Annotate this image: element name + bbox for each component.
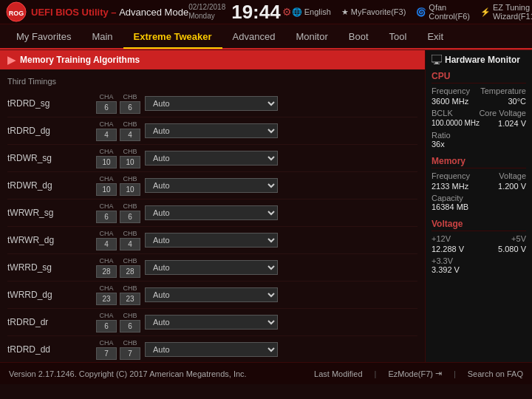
value-dropdown[interactable]: Auto (145, 315, 278, 330)
chb-value: 7 (120, 347, 140, 360)
svg-rect-2 (432, 55, 442, 62)
main-scroll[interactable]: Third Timings tRDRD_sg CHA 6 CHB 6 Auto … (0, 69, 425, 362)
mem-freq-label: Frequency (432, 171, 470, 180)
chb-col: CHB 6 (120, 312, 140, 332)
cpu-freq-label: Frequency (432, 86, 470, 95)
cha-col: CHA 10 (96, 175, 117, 196)
value-dropdown[interactable]: Auto (145, 123, 278, 138)
nav-item-boot[interactable]: Boot (338, 24, 379, 48)
table-row: tRDWR_dg CHA 10 CHB 10 Auto (7, 172, 417, 200)
value-dropdown[interactable]: Auto (145, 260, 278, 275)
setting-label: tRDWR_sg (7, 153, 96, 163)
voltage-section-title: Voltage (432, 219, 526, 231)
ezmode-label: EzMode(F7) (388, 369, 433, 378)
channel-group: CHA 4 CHB 4 (96, 230, 140, 250)
date-display: 02/12/2018 Monday (188, 3, 225, 21)
chb-label: CHB (123, 312, 137, 319)
mem-cap-area: Capacity 16384 MB (432, 194, 526, 211)
language-button[interactable]: 🌐 English (292, 7, 331, 17)
monitor-icon (432, 55, 442, 65)
chb-value: 4 (120, 129, 140, 141)
cha-value: 23 (96, 293, 117, 305)
chb-col: CHB 4 (120, 230, 140, 250)
cha-col: CHA 4 (96, 120, 117, 141)
cha-label: CHA (99, 257, 113, 265)
cpu-corevolt-label: Core Voltage (479, 109, 526, 117)
header-top: ROG UEFI BIOS Utility – Advanced Mode 02… (0, 0, 532, 24)
table-row: tRDRD_dr CHA 6 CHB 6 Auto (7, 309, 417, 336)
value-dropdown[interactable]: Auto (145, 287, 278, 302)
ez-tuning-button[interactable]: ⚡ EZ Tuning Wizard(F11) (480, 3, 532, 21)
nav-bar: My Favorites Main Extreme Tweaker Advanc… (0, 24, 532, 50)
chb-label: CHB (123, 148, 137, 155)
myfavorite-label: MyFavorite(F3) (351, 7, 406, 16)
cpu-temp-label: Temperature (480, 86, 526, 95)
cha-value: 4 (96, 238, 117, 250)
cha-value: 10 (96, 183, 117, 196)
channel-group: CHA 6 CHB 6 (96, 202, 140, 223)
gear-icon[interactable]: ⚙ (282, 6, 292, 18)
cha-label: CHA (99, 93, 113, 100)
chb-value: 10 (120, 183, 140, 196)
channel-group: CHA 10 CHB 10 (96, 175, 140, 196)
value-dropdown[interactable]: Auto (145, 233, 278, 248)
chb-label: CHB (123, 257, 137, 265)
datetime-area: 02/12/2018 Monday 19:44 ⚙ (188, 2, 292, 21)
value-dropdown[interactable]: Auto (145, 205, 278, 220)
hw-monitor-title: Hardware Monitor (432, 55, 526, 65)
cha-col: CHA 28 (96, 257, 117, 278)
cha-col: CHA 10 (96, 148, 117, 168)
volt-33-value: 3.392 V (432, 265, 526, 274)
cpu-ratio-label: Ratio (432, 131, 526, 140)
footer-divider-1: | (375, 369, 377, 378)
cha-col: CHA 7 (96, 339, 117, 360)
value-dropdown[interactable]: Auto (145, 96, 278, 111)
mem-volt-label: Voltage (499, 171, 526, 180)
nav-item-main[interactable]: Main (81, 24, 123, 48)
chb-value: 6 (120, 101, 140, 114)
mem-cap-label: Capacity (432, 194, 526, 202)
value-dropdown[interactable]: Auto (145, 178, 278, 193)
ezmode-icon: ⇥ (435, 369, 442, 378)
search-faq-button[interactable]: Search on FAQ (468, 369, 523, 378)
time-display: 19:44 (231, 2, 281, 21)
mem-freq-val-row: 2133 MHz 1.200 V (432, 182, 526, 191)
ezmode-button[interactable]: EzMode(F7) ⇥ (388, 369, 442, 378)
cpu-freq-value: 3600 MHz (432, 97, 468, 106)
day-value: Monday (188, 12, 225, 21)
channel-group: CHA 28 CHB 28 (96, 257, 140, 278)
footer-divider-2: | (454, 369, 456, 378)
table-row: tRDWR_sg CHA 10 CHB 10 Auto (7, 145, 417, 172)
chb-label: CHB (123, 202, 137, 210)
value-dropdown[interactable]: Auto (145, 151, 278, 166)
chb-value: 6 (120, 320, 140, 332)
cha-value: 10 (96, 156, 117, 168)
globe-icon: 🌐 (292, 7, 302, 17)
nav-item-advanced[interactable]: Advanced (222, 24, 286, 48)
nav-item-exit[interactable]: Exit (417, 24, 454, 48)
cha-value: 6 (96, 320, 117, 332)
breadcrumb-arrow: ▶ (7, 54, 16, 66)
channel-group: CHA 23 CHB 23 (96, 284, 140, 305)
volt-12-val-row: 12.288 V 5.080 V (432, 245, 526, 253)
chb-label: CHB (123, 230, 137, 237)
setting-label: tWRRD_sg (7, 262, 96, 273)
nav-item-favorites[interactable]: My Favorites (6, 24, 81, 48)
nav-item-extreme-tweaker[interactable]: Extreme Tweaker (123, 25, 222, 49)
cha-value: 7 (96, 347, 117, 360)
cpu-ratio-area: Ratio 36x (432, 131, 526, 149)
bios-title-area: ROG UEFI BIOS Utility – Advanced Mode (6, 1, 188, 22)
voltage-section: Voltage +12V +5V 12.288 V 5.080 V +3.3V … (432, 219, 526, 274)
chb-col: CHB 6 (120, 93, 140, 114)
setting-label: tWRWR_sg (7, 208, 96, 218)
volt-33-area: +3.3V 3.392 V (432, 256, 526, 274)
table-row: tRDRD_dd CHA 7 CHB 7 Auto (7, 336, 417, 362)
myfavorite-button[interactable]: ★ MyFavorite(F3) (341, 7, 406, 17)
nav-item-tool[interactable]: Tool (379, 24, 417, 48)
qfan-button[interactable]: 🌀 Qfan Control(F6) (416, 3, 470, 21)
last-modified-button[interactable]: Last Modified (314, 369, 362, 378)
value-dropdown[interactable]: Auto (145, 342, 278, 357)
hw-monitor-panel: Hardware Monitor CPU Frequency Temperatu… (425, 50, 532, 362)
nav-item-monitor[interactable]: Monitor (285, 24, 338, 48)
app-title: UEFI BIOS Utility – Advanced Mode (31, 7, 188, 18)
